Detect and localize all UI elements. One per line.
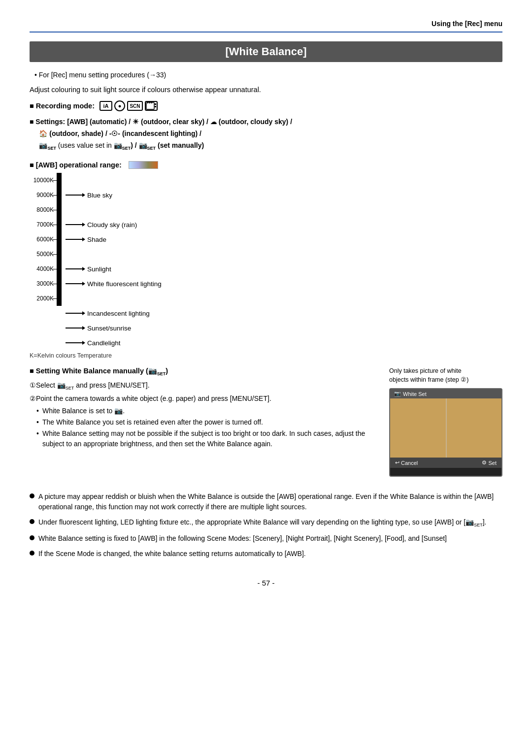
awb-color-bar — [129, 161, 158, 169]
label-sunlight: Sunlight — [87, 265, 111, 273]
sub-bullet-2: The White Balance you set is retained ev… — [36, 417, 374, 427]
bullet-dot-2 — [30, 519, 34, 524]
awb-row-8000 — [66, 202, 162, 217]
sun-icon: ☀ — [133, 116, 139, 128]
svg-marker-7 — [82, 193, 85, 197]
step-list: ①Select 📷SET and press [MENU/SET]. ②Poin… — [30, 380, 374, 404]
page-number: - 57 - — [30, 579, 502, 587]
scale-5000k: 5000K — [30, 247, 57, 262]
svg-rect-1 — [155, 103, 156, 105]
awb-row-3000 — [66, 291, 162, 306]
scale-10000k: 10000K — [30, 173, 57, 188]
label-shade-row: Shade — [66, 232, 106, 247]
intro-bullet: • For [Rec] menu setting procedures (→33… — [34, 71, 502, 79]
arrow-fluorescent — [66, 281, 85, 286]
svg-marker-13 — [82, 267, 85, 271]
svg-marker-11 — [82, 237, 85, 241]
shade-icon: 🏠 — [39, 130, 47, 137]
label-incandescent-row: Incandescent lighting — [66, 306, 150, 321]
incandescent-icon: -☉- — [109, 130, 120, 137]
label-candlelight: Candlelight — [87, 339, 121, 347]
camera-preview: Only takes picture of whiteobjects withi… — [389, 367, 502, 477]
sub-bullet-3: White Balance setting may not be possibl… — [36, 428, 374, 449]
mode-p-icon: ● — [114, 100, 125, 111]
bottom-bullet-4-text: If the Scene Mode is changed, the white … — [38, 549, 306, 559]
scale-2000k: 2000K — [30, 291, 57, 306]
bottom-bullet-3: White Balance setting is fixed to [AWB] … — [30, 533, 502, 544]
svg-rect-0 — [146, 102, 154, 109]
wb-manual-icon-inline: 📷 — [148, 367, 157, 375]
setting-wb-title: ■ Setting White Balance manually (📷SET) — [30, 367, 374, 376]
svg-marker-17 — [82, 311, 85, 315]
awb-range-section: ■ [AWB] operational range: 10000K 9000K … — [30, 161, 502, 359]
svg-rect-3 — [147, 102, 148, 103]
awb-row-4000: White fluorescent lighting — [66, 276, 162, 291]
bottom-bullet-2: Under fluorescent lighting, LED lighting… — [30, 517, 502, 528]
awb-chart: 10000K 9000K 8000K 7000K 6000K 5000K 400… — [30, 173, 502, 350]
scale-7000k: 7000K — [30, 217, 57, 232]
camera-topbar-label: White Set — [403, 391, 427, 397]
awb-scale-col: 10000K 9000K 8000K 7000K 6000K 5000K 400… — [30, 173, 57, 306]
scale-8000k: 8000K — [30, 202, 57, 217]
arrow-cloudy — [66, 222, 85, 227]
cancel-button-display: ↩ Cancel — [395, 460, 418, 466]
awb-row-5000: Sunlight — [66, 262, 162, 276]
cloud-icon: ☁ — [210, 118, 217, 126]
awb-row-2000: Incandescent lighting Sunset/sunrise — [66, 306, 162, 350]
awb-row-7000: Cloudy sky (rain) Shade — [66, 217, 162, 247]
awb-row-6000 — [66, 247, 162, 262]
mode-iA-icon: iA — [100, 101, 112, 111]
top-divider — [30, 32, 502, 33]
header-text: Using the [Rec] menu — [432, 20, 502, 28]
arrow-sunset — [66, 326, 85, 330]
set-label: Set — [488, 460, 497, 466]
svg-marker-15 — [82, 282, 85, 286]
camera-screen: 📷 White Set ↩ Cancel ⚙ Set — [389, 388, 502, 477]
arrow-incandescent — [66, 311, 85, 316]
awb-scale-wrapper: 10000K 9000K 8000K 7000K 6000K 5000K 400… — [30, 173, 62, 306]
scale-3000k: 3000K — [30, 276, 57, 291]
sub-bullet-list: White Balance is set to 📷. The White Bal… — [30, 406, 374, 449]
step1-icon: 📷 — [57, 381, 66, 389]
wb-icon-small: 📷 — [114, 407, 123, 415]
recording-mode-line: ■ Recording mode: iA ● SCN — [30, 100, 502, 111]
recording-mode-icons: iA ● SCN — [100, 100, 158, 111]
set-button-display: ⚙ Set — [482, 460, 497, 466]
adjust-text: Adjust colouring to suit light source if… — [30, 86, 502, 94]
setting-wb-text: ■ Setting White Balance manually (📷SET) … — [30, 367, 374, 451]
label-sunset-row: Sunset/sunrise — [66, 321, 131, 335]
svg-marker-19 — [82, 326, 85, 330]
svg-rect-2 — [155, 106, 156, 107]
bottom-bullet-3-text: White Balance setting is fixed to [AWB] … — [38, 533, 447, 544]
mode-movie-icon — [145, 101, 158, 111]
awb-right-labels: Blue sky Cloudy sky (rain) — [66, 173, 162, 350]
bullet-dot-1 — [30, 493, 34, 498]
arrow-sunlight — [66, 266, 85, 271]
svg-rect-5 — [151, 102, 152, 103]
camera-topbar: 📷 White Set — [390, 389, 501, 398]
bullet-dot-4 — [30, 551, 34, 556]
settings-line: ■ Settings: [AWB] (automatic) / ☀ (outdo… — [30, 116, 502, 152]
arrow-shade — [66, 237, 85, 242]
camera-vertical-line — [446, 398, 447, 458]
label-incandescent: Incandescent lighting — [87, 310, 150, 317]
camera-bottombar: ↩ Cancel ⚙ Set — [390, 458, 501, 468]
page-title: [White Balance] — [30, 41, 502, 62]
set-icon: ⚙ — [482, 460, 487, 466]
label-candlelight-row: Candlelight — [66, 335, 121, 350]
svg-rect-4 — [149, 102, 150, 103]
arrow-bluesky — [66, 193, 85, 197]
cancel-label: Cancel — [401, 460, 418, 466]
setting-wb-section: ■ Setting White Balance manually (📷SET) … — [30, 367, 502, 477]
wb-set-uses-icon: 📷 — [39, 141, 47, 149]
awb-range-title: ■ [AWB] operational range: — [30, 161, 502, 169]
scale-4000k: 4000K — [30, 262, 57, 276]
recording-mode-prefix: ■ Recording mode: — [30, 102, 95, 110]
cancel-icon: ↩ — [395, 460, 399, 466]
label-bluesky: Blue sky — [87, 192, 112, 199]
scale-6000k: 6000K — [30, 232, 57, 247]
bottom-bullets: A picture may appear reddish or bluish w… — [30, 492, 502, 559]
step-2: ②Point the camera towards a white object… — [30, 394, 374, 404]
bullet-dot-3 — [30, 535, 34, 540]
awb-row-10000 — [66, 173, 162, 188]
